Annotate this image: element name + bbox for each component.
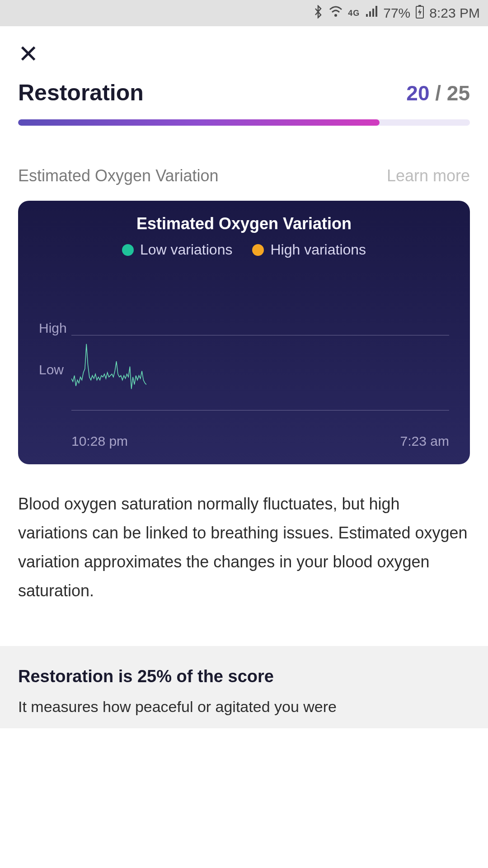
- score-max: 25: [447, 81, 470, 105]
- legend-high: High variations: [252, 241, 366, 258]
- footer-section: Restoration is 25% of the score It measu…: [0, 646, 488, 728]
- footer-body: It measures how peaceful or agitated you…: [18, 694, 470, 719]
- learn-more-link[interactable]: Learn more: [387, 166, 470, 185]
- y-tick-high: High: [39, 321, 67, 336]
- signal-icon: [365, 5, 378, 21]
- legend-dot-low-icon: [122, 244, 134, 256]
- oxygen-variation-chart-card: Estimated Oxygen Variation Low variation…: [18, 201, 470, 464]
- wifi-icon: [329, 5, 343, 21]
- score-display: 20 / 25: [406, 81, 470, 105]
- battery-charging-icon: [416, 5, 424, 22]
- page-title: Restoration: [18, 80, 144, 106]
- close-icon[interactable]: ✕: [18, 42, 38, 66]
- score-sep: /: [429, 81, 446, 105]
- chart-title: Estimated Oxygen Variation: [18, 214, 470, 233]
- x-end-label: 7:23 am: [400, 434, 449, 449]
- score-current: 20: [406, 81, 429, 105]
- legend-low-label: Low variations: [140, 241, 233, 258]
- status-time: 8:23 PM: [429, 5, 480, 21]
- x-start-label: 10:28 pm: [71, 434, 128, 449]
- svg-point-0: [334, 14, 337, 17]
- chart-legend: Low variations High variations: [18, 241, 470, 258]
- description-text: Blood oxygen saturation normally fluctua…: [0, 464, 488, 646]
- bluetooth-icon: [313, 5, 324, 22]
- chart-line: [71, 335, 146, 410]
- battery-percent: 77%: [383, 5, 410, 21]
- gridline-low: [71, 410, 449, 410]
- footer-heading: Restoration is 25% of the score: [18, 667, 470, 686]
- status-bar: 4G 77% 8:23 PM: [0, 0, 488, 26]
- chart-x-axis: 10:28 pm 7:23 am: [18, 425, 470, 449]
- progress-bar: [18, 119, 470, 126]
- section-label: Estimated Oxygen Variation: [18, 166, 219, 185]
- legend-high-label: High variations: [270, 241, 366, 258]
- legend-dot-high-icon: [252, 244, 264, 256]
- legend-low: Low variations: [122, 241, 233, 258]
- progress-fill: [18, 119, 380, 126]
- chart-plot-area: High Low: [18, 272, 470, 425]
- svg-rect-2: [418, 5, 421, 6]
- network-type-label: 4G: [348, 9, 360, 18]
- y-tick-low: Low: [39, 362, 64, 377]
